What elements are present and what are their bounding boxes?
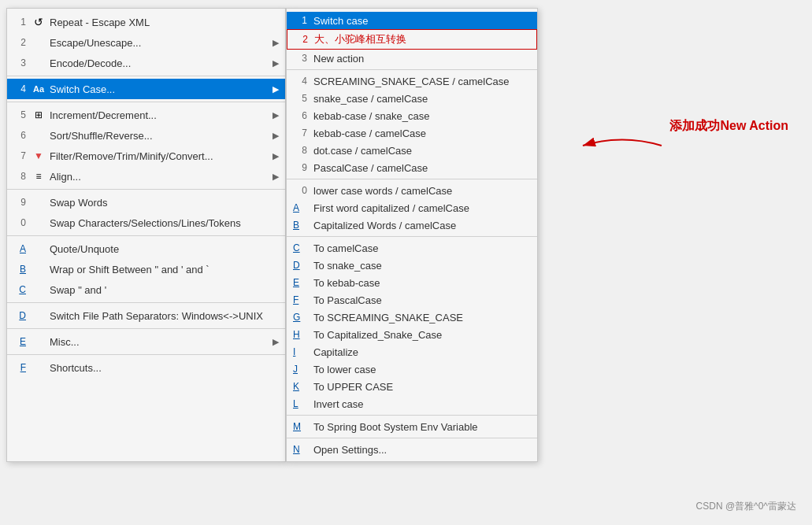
icon-spacer bbox=[31, 334, 46, 349]
menu-item-label: Sort/Shuffle/Reverse... bbox=[50, 130, 273, 142]
menu-item[interactable]: DSwitch File Path Separators: Windows<->… bbox=[7, 305, 285, 326]
submenu-item-label: Invert case bbox=[313, 398, 528, 410]
menu-item-label: Encode/Decode... bbox=[50, 57, 273, 69]
icon-spacer bbox=[31, 261, 46, 277]
menu-item[interactable]: 7▼Filter/Remove/Trim/Minify/Convert...▶ bbox=[7, 146, 285, 166]
grid-icon: ⊞ bbox=[31, 107, 46, 123]
submenu-item[interactable]: 0lower case words / camelCase bbox=[287, 182, 537, 199]
submenu-item-label: To PascalCase bbox=[313, 294, 528, 306]
submenu-item[interactable]: 1Switch case bbox=[287, 12, 537, 29]
submenu-separator bbox=[287, 415, 537, 416]
watermark: CSDN @普雅^0^雷蒙达 bbox=[696, 500, 796, 513]
submenu-item-label: 大、小驼峰相互转换 bbox=[314, 32, 527, 46]
submenu-separator bbox=[287, 236, 537, 237]
submenu-item-key: H bbox=[293, 329, 307, 340]
submenu-item-number: 2 bbox=[294, 34, 308, 45]
submenu-item[interactable]: JTo lower case bbox=[287, 360, 537, 378]
item-key-letter: C bbox=[12, 284, 26, 295]
menu-item[interactable]: FShortcuts... bbox=[7, 357, 285, 378]
submenu-item[interactable]: 2大、小驼峰相互转换 bbox=[287, 29, 537, 50]
submenu-arrow-icon: ▶ bbox=[273, 58, 279, 68]
submenu-item-label: kebab-case / camelCase bbox=[313, 128, 528, 139]
submenu-item[interactable]: DTo snake_case bbox=[287, 257, 537, 274]
submenu-item-label: Capitalize bbox=[313, 346, 528, 358]
submenu-item[interactable]: GTo SCREAMING_SNAKE_CASE bbox=[287, 309, 537, 326]
menu-item[interactable]: BWrap or Shift Between " and ' and ` bbox=[7, 259, 285, 279]
menu-item[interactable]: 9Swap Words bbox=[7, 192, 285, 213]
submenu-item[interactable]: 4SCREAMING_SNAKE_CASE / camelCase bbox=[287, 72, 537, 90]
icon-spacer bbox=[31, 194, 46, 210]
submenu-arrow-icon: ▶ bbox=[273, 337, 279, 347]
submenu-arrow-icon: ▶ bbox=[273, 110, 279, 120]
submenu-item-key: A bbox=[293, 202, 307, 213]
submenu-item[interactable]: FTo PascalCase bbox=[287, 291, 537, 309]
menu-item-label: Switch File Path Separators: Windows<->U… bbox=[50, 310, 279, 322]
submenu-item[interactable]: AFirst word capitalized / camelCase bbox=[287, 199, 537, 216]
submenu-item[interactable]: 6kebab-case / snake_case bbox=[287, 107, 537, 124]
submenu-arrow-icon: ▶ bbox=[273, 131, 279, 141]
icon-spacer bbox=[31, 128, 46, 143]
submenu-item[interactable]: 5snake_case / camelCase bbox=[287, 90, 537, 107]
icon-spacer bbox=[31, 55, 46, 71]
submenu-item[interactable]: ETo kebab-case bbox=[287, 274, 537, 291]
annotation-box: 添加成功New Action bbox=[669, 118, 788, 135]
menu-item-label: Wrap or Shift Between " and ' and ` bbox=[50, 264, 279, 275]
menu-item-label: Increment/Decrement... bbox=[50, 109, 273, 121]
submenu-item-label: New action bbox=[313, 53, 528, 65]
menu-separator bbox=[7, 76, 285, 76]
submenu-panel: 1Switch case2大、小驼峰相互转换3New action4SCREAM… bbox=[286, 8, 538, 462]
submenu-arrow-icon: ▶ bbox=[273, 172, 279, 182]
menu-item-label: Swap " and ' bbox=[50, 284, 279, 296]
menu-item[interactable]: 8≡Align...▶ bbox=[7, 166, 285, 187]
submenu-arrow-icon: ▶ bbox=[273, 151, 279, 161]
submenu-item[interactable]: 9PascalCase / camelCase bbox=[287, 159, 537, 176]
menu-item[interactable]: 3Encode/Decode...▶ bbox=[7, 53, 285, 73]
submenu-item-label: PascalCase / camelCase bbox=[313, 162, 528, 174]
submenu-item-number: 1 bbox=[293, 15, 307, 26]
submenu-item-label: snake_case / camelCase bbox=[313, 93, 528, 105]
menu-item-label: Escape/Unescape... bbox=[50, 37, 273, 49]
menu-item-label: Swap Characters/Selections/Lines/Tokens bbox=[50, 217, 279, 229]
icon-spacer bbox=[31, 241, 46, 257]
menu-item[interactable]: 6Sort/Shuffle/Reverse...▶ bbox=[7, 125, 285, 146]
menu-item-label: Repeat - Escape XML bbox=[50, 17, 279, 28]
submenu-item-label: To Spring Boot System Env Variable bbox=[313, 421, 528, 433]
submenu-item[interactable]: 7kebab-case / camelCase bbox=[287, 124, 537, 142]
menu-separator bbox=[7, 102, 285, 102]
menu-item-label: Quote/Unquote bbox=[50, 243, 279, 255]
submenu-item-number: 3 bbox=[293, 53, 307, 64]
submenu-item[interactable]: BCapitalized Words / camelCase bbox=[287, 216, 537, 234]
item-key-letter: D bbox=[12, 310, 26, 321]
submenu-item-number: 4 bbox=[293, 76, 307, 87]
item-number: 0 bbox=[12, 217, 26, 228]
submenu-item[interactable]: LInvert case bbox=[287, 395, 537, 412]
menu-item[interactable]: 2Escape/Unescape...▶ bbox=[7, 32, 285, 53]
submenu-item[interactable]: CTo camelCase bbox=[287, 239, 537, 257]
icon-spacer bbox=[31, 35, 46, 50]
item-number: 3 bbox=[12, 57, 26, 68]
menu-item[interactable]: 5⊞Increment/Decrement...▶ bbox=[7, 105, 285, 125]
menu-item[interactable]: 1↺Repeat - Escape XML bbox=[7, 12, 285, 32]
submenu-item-key: G bbox=[293, 312, 307, 323]
submenu-item[interactable]: HTo Capitalized_Snake_Case bbox=[287, 326, 537, 343]
icon-spacer bbox=[31, 282, 46, 298]
icon-spacer bbox=[31, 308, 46, 324]
menu-item[interactable]: AQuote/Unquote bbox=[7, 238, 285, 259]
menu-item[interactable]: 4AaSwitch Case...▶ bbox=[7, 79, 285, 99]
menu-item[interactable]: CSwap " and ' bbox=[7, 279, 285, 300]
submenu-item-key: K bbox=[293, 381, 307, 392]
submenu-item[interactable]: 3New action bbox=[287, 50, 537, 67]
submenu-item-number: 7 bbox=[293, 128, 307, 139]
menu-item[interactable]: 0Swap Characters/Selections/Lines/Tokens bbox=[7, 213, 285, 233]
submenu-item[interactable]: NOpen Settings... bbox=[287, 441, 537, 458]
submenu-item[interactable]: KTo UPPER CASE bbox=[287, 378, 537, 395]
menu-item[interactable]: EMisc...▶ bbox=[7, 331, 285, 352]
submenu-item[interactable]: MTo Spring Boot System Env Variable bbox=[287, 418, 537, 435]
submenu-item[interactable]: 8dot.case / camelCase bbox=[287, 142, 537, 159]
main-menu-panel: 1↺Repeat - Escape XML2Escape/Unescape...… bbox=[6, 8, 286, 462]
submenu-separator bbox=[287, 69, 537, 70]
submenu-item-key: F bbox=[293, 294, 307, 305]
submenu-item[interactable]: ICapitalize bbox=[287, 343, 537, 360]
submenu-item-label: lower case words / camelCase bbox=[313, 185, 528, 197]
aa-icon: Aa bbox=[31, 81, 46, 97]
